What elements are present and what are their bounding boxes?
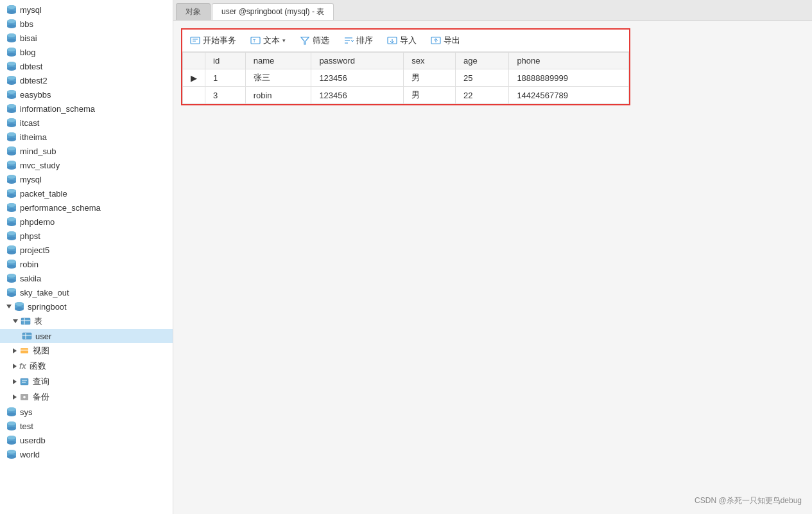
filter-button[interactable]: 筛选 [297, 33, 332, 48]
sidebar-item-bisai[interactable]: bisai [0, 31, 173, 45]
db-icon [6, 132, 17, 142]
sidebar-label: blog [20, 48, 36, 57]
sidebar-item-test[interactable]: test [0, 419, 173, 433]
svg-point-63 [7, 217, 16, 221]
sidebar-item-sakila[interactable]: sakila [0, 271, 173, 285]
views-icon [19, 346, 30, 356]
sidebar-item-performance-schema[interactable]: performance_schema [0, 200, 173, 215]
col-header-sex: sex [404, 53, 456, 69]
sidebar-item-sky-take-out[interactable]: sky_take_out [0, 285, 173, 299]
svg-point-46 [7, 166, 16, 170]
sidebar-label: dbtest [20, 62, 42, 71]
db-icon [6, 273, 17, 283]
tab-object[interactable]: 对象 [176, 3, 211, 20]
sidebar-item-dbtest[interactable]: dbtest [0, 59, 173, 73]
svg-rect-116 [191, 37, 200, 44]
sidebar-item-itheima[interactable]: itheima [0, 130, 173, 144]
import-icon [387, 35, 397, 46]
svg-point-7 [7, 19, 16, 23]
sidebar-item-easybbs[interactable]: easybbs [0, 87, 173, 102]
cell-sex-1: 男 [404, 69, 456, 87]
sidebar-item-bbs[interactable]: bbs [0, 17, 173, 31]
sidebar-item-mind-sub[interactable]: mind_sub [0, 144, 173, 158]
svg-point-27 [7, 90, 16, 94]
svg-point-75 [7, 260, 16, 263]
sidebar-item-dbtest2[interactable]: dbtest2 [0, 73, 173, 87]
sort-button[interactable]: 排序 [341, 33, 376, 48]
sidebar-label: project5 [20, 245, 49, 255]
svg-point-82 [7, 293, 16, 297]
svg-rect-88 [21, 318, 30, 324]
db-icon [6, 118, 17, 128]
content-area: 开始事务 T 文本 ▾ 筛选 [173, 21, 812, 514]
import-button[interactable]: 导入 [384, 33, 419, 48]
sidebar-label: 备份 [33, 391, 49, 403]
sidebar-label: 查询 [33, 376, 49, 387]
table-row[interactable]: ▶ 1 张三 123456 男 25 18888889999 [183, 69, 629, 87]
svg-point-19 [7, 62, 16, 66]
sidebar-item-mysql-top[interactable]: mysql [0, 3, 173, 17]
sidebar-item-robin[interactable]: robin [0, 257, 173, 271]
sidebar-label: information_schema [20, 104, 95, 114]
db-icon [6, 287, 17, 297]
col-header-age: age [456, 53, 509, 69]
begin-transaction-button[interactable]: 开始事务 [187, 33, 239, 48]
table-row[interactable]: 3 robin 123456 男 22 14424567789 [183, 87, 629, 104]
sidebar-item-userdb[interactable]: userdb [0, 433, 173, 447]
sidebar-item-springboot[interactable]: springboot [0, 299, 173, 314]
sidebar-item-sys[interactable]: sys [0, 405, 173, 419]
svg-point-38 [7, 137, 16, 141]
sidebar-item-functions[interactable]: fx 函数 [0, 359, 173, 374]
sidebar-item-views[interactable]: 视图 [0, 343, 173, 359]
tab-active[interactable]: user @springboot (mysql) - 表 [212, 3, 334, 20]
sidebar-item-itcast[interactable]: itcast [0, 116, 173, 130]
sidebar-label: itcast [20, 118, 39, 128]
db-icon [6, 61, 17, 71]
sidebar-label: packet_table [20, 189, 67, 199]
queries-icon [19, 377, 30, 387]
sidebar-label: dbtest2 [20, 76, 48, 85]
text-dropdown-arrow[interactable]: ▾ [282, 37, 286, 44]
sidebar-item-world[interactable]: world [0, 447, 173, 461]
sidebar-label: world [20, 450, 40, 459]
svg-point-114 [7, 455, 16, 459]
cell-age-1: 25 [456, 69, 509, 87]
sidebar-item-blog[interactable]: blog [0, 45, 173, 59]
sort-icon [343, 35, 354, 46]
db-icon [6, 231, 17, 241]
db-icon [6, 47, 17, 57]
cell-phone-2: 14424567789 [509, 87, 629, 104]
sidebar-item-queries[interactable]: 查询 [0, 374, 173, 389]
export-button[interactable]: 导出 [428, 33, 463, 48]
svg-point-15 [7, 48, 16, 51]
text-button[interactable]: T 文本 ▾ [248, 33, 288, 48]
row-indicator-header [183, 53, 205, 69]
sidebar-item-information-schema[interactable]: information_schema [0, 102, 173, 116]
svg-point-47 [7, 161, 16, 164]
cell-sex-2: 男 [404, 87, 456, 104]
svg-point-115 [7, 450, 16, 454]
sidebar-item-tables[interactable]: 表 [0, 314, 173, 329]
sidebar-item-project5[interactable]: project5 [0, 243, 173, 257]
sidebar: mysql bbs bisai blog dbtest dbtest2 easy… [0, 0, 173, 514]
sidebar-item-packet-table[interactable]: packet_table [0, 186, 173, 200]
chevron-right-icon [13, 348, 17, 353]
sidebar-label: mvc_study [20, 161, 60, 170]
chevron-right-icon [13, 394, 17, 400]
svg-point-2 [7, 10, 16, 14]
sidebar-item-user[interactable]: user [0, 329, 173, 343]
sidebar-label: test [20, 421, 33, 431]
svg-point-11 [7, 33, 16, 37]
svg-point-74 [7, 265, 16, 269]
sidebar-item-mvc-study[interactable]: mvc_study [0, 158, 173, 172]
sidebar-item-phpst[interactable]: phpst [0, 229, 173, 243]
svg-point-39 [7, 132, 16, 136]
svg-point-35 [7, 118, 16, 122]
text-icon: T [250, 35, 261, 46]
svg-point-71 [7, 245, 16, 249]
sidebar-item-phpdemo[interactable]: phpdemo [0, 215, 173, 229]
cell-id-2: 3 [205, 87, 246, 104]
sidebar-label: phpst [20, 231, 40, 241]
sidebar-item-backups[interactable]: 备份 [0, 389, 173, 405]
sidebar-item-mysql2[interactable]: mysql [0, 172, 173, 186]
